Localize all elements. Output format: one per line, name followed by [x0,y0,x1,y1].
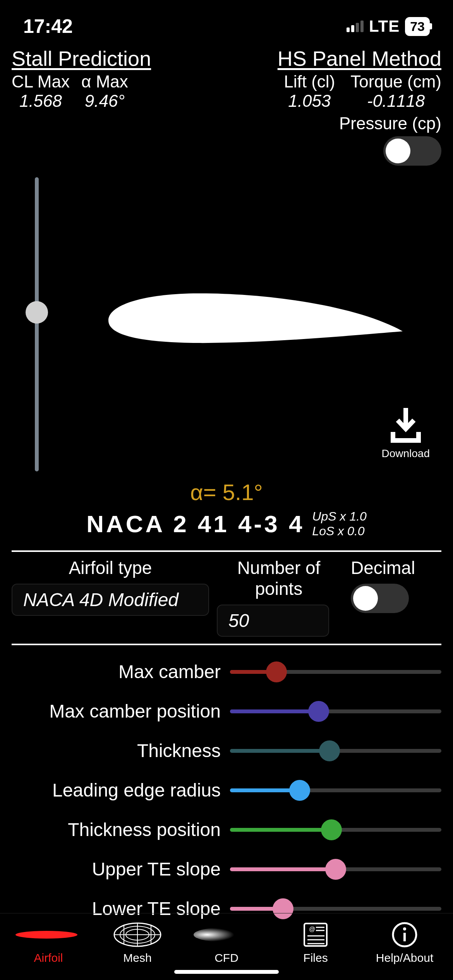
slider-row-2: Thickness [12,731,441,771]
torque-value: -0.1118 [367,91,425,111]
stall-title[interactable]: Stall Prediction [12,46,151,70]
tab-label: Mesh [123,951,151,965]
download-icon [388,408,424,444]
hs-title[interactable]: HS Panel Method [278,46,441,70]
alpha-slider-track[interactable] [35,177,39,471]
slider-row-1: Max camber position [12,692,441,731]
airfoil-viewport[interactable]: Download [12,177,441,479]
pressure-toggle[interactable] [383,136,441,166]
cl-max-block: CL Max 1.568 [12,72,70,111]
stall-prediction-block: Stall Prediction CL Max 1.568 α Max 9.46… [12,46,151,166]
status-right: LTE 73 [347,17,430,36]
decimal-toggle[interactable] [351,584,409,613]
tab-label: CFD [214,951,239,965]
tab-label: Files [303,951,328,965]
npoints-label: Number of points [217,557,341,599]
status-bar: 17:42 LTE 73 [0,0,453,46]
slider-4[interactable] [230,819,441,840]
slider-3[interactable] [230,780,441,801]
svg-text:@: @ [309,926,315,932]
airfoil-type-select[interactable]: NACA 4D Modified [12,584,209,616]
naca-row: NACA 2 41 4-3 4 UpS x 1.0 LoS x 0.0 [0,509,453,539]
lift-value: 1.053 [288,91,331,111]
naca-name: NACA 2 41 4-3 4 [86,510,304,538]
signal-icon [347,21,364,32]
slider-row-0: Max camber [12,652,441,692]
cl-max-value: 1.568 [19,91,62,111]
battery-icon: 73 [405,17,430,36]
torque-block: Torque (cm) -0.1118 [350,72,441,111]
airfoil-tab-icon [15,921,81,948]
settings-row: Airfoil type NACA 4D Modified Number of … [0,552,453,644]
mesh-tab-icon [112,921,163,948]
slider-2[interactable] [230,740,441,761]
cl-max-label: CL Max [12,72,70,91]
files-tab-icon: @ [302,921,329,948]
home-indicator[interactable] [174,970,279,974]
airfoil-shape [108,293,403,359]
tab-label: Airfoil [34,951,63,965]
slider-1[interactable] [230,701,441,722]
slider-label: Max camber position [12,701,221,722]
slider-row-5: Upper TE slope [12,850,441,889]
cfd-tab-icon [194,921,259,948]
airfoil-type-label: Airfoil type [12,557,209,578]
a-max-block: α Max 9.46° [81,72,128,111]
svg-point-0 [15,931,77,939]
status-time: 17:42 [23,15,73,38]
sliders-panel: Max camberMax camber positionThicknessLe… [0,645,453,929]
ups-label: UpS x 1.0 [312,509,367,524]
slider-label: Leading edge radius [12,780,221,801]
network-label: LTE [369,17,400,36]
svg-point-8 [194,928,248,942]
slider-5[interactable] [230,859,441,880]
svg-point-17 [403,927,406,930]
lift-block: Lift (cl) 1.053 [284,72,335,111]
download-button[interactable]: Download [381,408,430,460]
alpha-value: α= 5.1° [0,479,453,505]
metrics-row: Stall Prediction CL Max 1.568 α Max 9.46… [0,46,453,170]
tab-airfoil[interactable]: Airfoil [4,921,93,965]
decimal-label: Decimal [348,557,415,578]
los-label: LoS x 0.0 [312,524,367,538]
slider-label: Max camber [12,661,221,682]
slider-row-4: Thickness position [12,810,441,850]
pressure-label: Pressure (cp) [339,114,441,133]
tab-files[interactable]: @ Files [271,921,360,965]
download-label: Download [381,447,430,460]
slider-label: Upper TE slope [12,858,221,880]
a-max-label: α Max [81,72,128,91]
slider-0[interactable] [230,661,441,682]
hs-panel-block: HS Panel Method Lift (cl) 1.053 Torque (… [278,46,441,166]
tab-help[interactable]: Help/About [360,921,449,965]
slider-row-3: Leading edge radius [12,771,441,810]
slider-label: Thickness position [12,819,221,840]
tab-label: Help/About [376,951,433,965]
alpha-slider-thumb[interactable] [26,301,48,324]
torque-label: Torque (cm) [350,72,441,91]
lift-label: Lift (cl) [284,72,335,91]
a-max-value: 9.46° [85,91,125,111]
slider-label: Thickness [12,740,221,761]
tab-cfd[interactable]: CFD [182,921,271,965]
tab-mesh[interactable]: Mesh [93,921,182,965]
info-icon [391,921,418,948]
npoints-input[interactable]: 50 [217,605,329,637]
